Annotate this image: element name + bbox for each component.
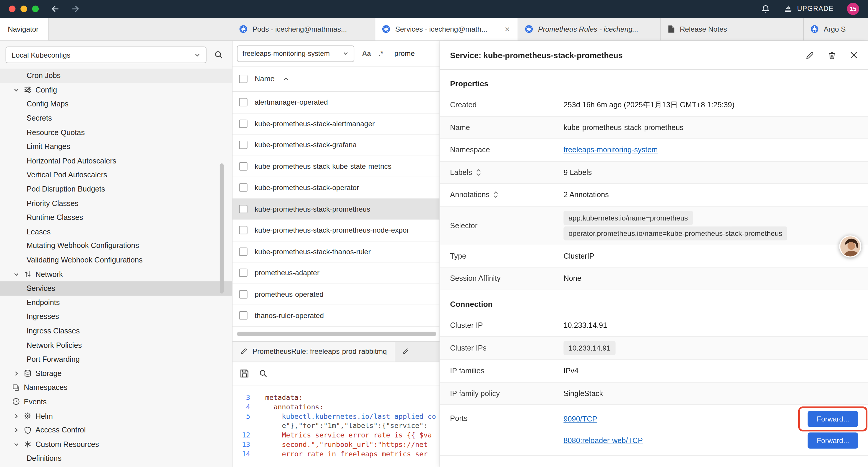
table-row-kube-prometheus-stack-alertmanager[interactable]: kube-prometheus-stack-alertmanager [232, 113, 440, 135]
table-row-kube-prometheus-stack-thanos-ruler[interactable]: kube-prometheus-stack-thanos-ruler [232, 241, 440, 262]
forward-button[interactable]: Forward... [808, 411, 858, 427]
close-icon[interactable] [850, 51, 858, 59]
sidebar-item-port-forwarding[interactable]: Port Forwarding [0, 352, 232, 366]
row-checkbox[interactable] [239, 119, 247, 128]
sidebar-item-validating-webhook-configurations[interactable]: Validating Webhook Configurations [0, 253, 232, 267]
back-arrow-icon[interactable] [51, 4, 60, 13]
zoom-window-button[interactable] [32, 6, 39, 12]
trash-icon[interactable] [828, 51, 836, 59]
table-row-kube-prometheus-stack-grafana[interactable]: kube-prometheus-stack-grafana [232, 135, 440, 156]
sidebar-item-limit-ranges[interactable]: Limit Ranges [0, 140, 232, 154]
sidebar-item-endpoints[interactable]: Endpoints [0, 296, 232, 310]
sidebar-scrollbar[interactable] [220, 164, 224, 293]
tab-release-notes[interactable]: Release Notes [661, 18, 804, 40]
close-icon[interactable]: × [503, 25, 511, 33]
close-window-button[interactable] [9, 6, 16, 12]
sidebar-item-network-policies[interactable]: Network Policies [0, 338, 232, 352]
row-checkbox[interactable] [239, 205, 247, 213]
sidebar-item-priority-classes[interactable]: Priority Classes [0, 196, 232, 210]
row-checkbox[interactable] [239, 311, 247, 320]
sidebar-item-storage[interactable]: Storage [0, 366, 232, 380]
sidebar-item-runtime-classes[interactable]: Runtime Classes [0, 210, 232, 225]
notification-count-badge[interactable]: 15 [847, 3, 859, 15]
tab-pods-icecheng-mathmas[interactable]: Pods - icecheng@mathmas... [232, 18, 375, 40]
search-icon[interactable] [259, 369, 267, 377]
sort-updown-icon[interactable] [493, 191, 498, 198]
forward-button[interactable]: Forward... [808, 432, 858, 448]
name-column-header[interactable]: Name [255, 75, 275, 83]
sidebar-item-leases[interactable]: Leases [0, 225, 232, 239]
table-row-alertmanager-operated[interactable]: alertmanager-operated [232, 92, 440, 113]
sidebar-item-mutating-webhook-configurations[interactable]: Mutating Webhook Configurations [0, 239, 232, 253]
horizontal-scrollbar-thumb[interactable] [237, 331, 436, 336]
sidebar-item-secrets[interactable]: Secrets [0, 111, 232, 125]
case-sensitive-toggle[interactable]: Aa [362, 50, 371, 57]
row-checkbox[interactable] [239, 247, 247, 256]
port-link[interactable]: 9090/TCP [563, 414, 597, 423]
editor-tab-prometheusrule[interactable]: PrometheusRule: freeleaps-prod-rabbitmq [232, 341, 395, 361]
sidebar-item-cron-jobs[interactable]: Cron Jobs [0, 68, 232, 83]
sidebar-item-resource-quotas[interactable]: Resource Quotas [0, 125, 232, 140]
chevron-right-icon[interactable] [12, 427, 20, 433]
table-row-prometheus-adapter[interactable]: prometheus-adapter [232, 262, 440, 284]
search-icon[interactable] [214, 51, 223, 59]
row-checkbox[interactable] [239, 162, 247, 171]
sidebar-item-events[interactable]: Events [0, 395, 232, 409]
row-checkbox[interactable] [239, 269, 247, 277]
port-link[interactable]: 8080:reloader-web/TCP [563, 436, 643, 444]
row-checkbox[interactable] [239, 226, 247, 234]
bell-icon[interactable] [761, 4, 770, 13]
save-icon[interactable] [240, 369, 249, 378]
sidebar-item-config[interactable]: Config [0, 83, 232, 97]
row-checkbox[interactable] [239, 141, 247, 149]
chevron-right-icon[interactable] [12, 370, 20, 377]
sidebar-item-config-maps[interactable]: Config Maps [0, 97, 232, 111]
sidebar-item-pod-disruption-budgets[interactable]: Pod Disruption Budgets [0, 182, 232, 196]
table-row-kube-prometheus-stack-kube-state-metrics[interactable]: kube-prometheus-stack-kube-state-metrics [232, 156, 440, 177]
sidebar-item-custom-resources[interactable]: Custom Resources [0, 437, 232, 451]
sidebar-item-definitions[interactable]: Definitions [0, 451, 232, 466]
table-row-prometheus-operated[interactable]: prometheus-operated [232, 284, 440, 305]
select-all-checkbox[interactable] [239, 75, 247, 83]
namespace-link[interactable]: freeleaps-monitoring-system [563, 146, 658, 154]
sidebar-item-horizontal-pod-autoscalers[interactable]: Horizontal Pod Autoscalers [0, 154, 232, 168]
sidebar-item-ingress-classes[interactable]: Ingress Classes [0, 324, 232, 338]
tab-services-icecheng-math[interactable]: Services - icecheng@math...× [375, 18, 518, 40]
chevron-right-icon[interactable] [12, 413, 20, 419]
sidebar-item-services[interactable]: Services [0, 282, 232, 296]
sidebar-item-network[interactable]: Network [0, 267, 232, 282]
sidebar-item-helm[interactable]: Helm [0, 409, 232, 423]
table-row-kube-prometheus-stack-prometheus[interactable]: kube-prometheus-stack-prometheus [232, 199, 440, 220]
regex-toggle[interactable]: .* [379, 50, 383, 57]
minimize-window-button[interactable] [20, 6, 27, 12]
services-table: alertmanager-operatedkube-prometheus-sta… [232, 92, 440, 327]
table-row-kube-prometheus-stack-prometheus-node-expor[interactable]: kube-prometheus-stack-prometheus-node-ex… [232, 220, 440, 241]
sidebar-item-label: Limit Ranges [27, 143, 70, 151]
table-row-thanos-ruler-operated[interactable]: thanos-ruler-operated [232, 305, 440, 326]
navigator-panel-tab[interactable]: Navigator [0, 18, 49, 40]
upgrade-button[interactable]: UPGRADE [783, 5, 834, 13]
chevron-down-icon[interactable] [12, 271, 20, 277]
forward-arrow-icon[interactable] [71, 4, 80, 13]
row-checkbox[interactable] [239, 290, 247, 298]
kubeconfig-selector[interactable]: Local Kubeconfigs [6, 47, 207, 63]
row-checkbox[interactable] [239, 98, 247, 107]
namespace-filter-dropdown[interactable]: freeleaps-monitoring-system [237, 45, 354, 62]
row-checkbox[interactable] [239, 183, 247, 192]
chevron-down-icon[interactable] [12, 87, 20, 93]
sidebar-item-access-control[interactable]: Access Control [0, 423, 232, 437]
editor-tab-partial[interactable] [395, 341, 415, 361]
chevron-down-icon[interactable] [12, 441, 20, 447]
sidebar-item-vertical-pod-autoscalers[interactable]: Vertical Pod Autoscalers [0, 168, 232, 182]
tab-argo-s[interactable]: Argo S [804, 18, 868, 40]
sort-ascending-icon[interactable] [283, 76, 289, 82]
sidebar-item-namespaces[interactable]: Namespaces [0, 380, 232, 395]
tab-prometheus-rules-icecheng[interactable]: Prometheus Rules - icecheng... [518, 18, 661, 40]
sidebar-item-ingresses[interactable]: Ingresses [0, 310, 232, 324]
yaml-editor[interactable]: 3 metadata:4 annotations:5 kubectl.kuber… [232, 385, 440, 467]
avatar[interactable] [839, 235, 862, 258]
sort-updown-icon[interactable] [476, 169, 481, 176]
edit-pencil-icon[interactable] [805, 51, 814, 59]
table-row-kube-prometheus-stack-operator[interactable]: kube-prometheus-stack-operator [232, 177, 440, 199]
search-input[interactable]: prome [395, 49, 415, 58]
